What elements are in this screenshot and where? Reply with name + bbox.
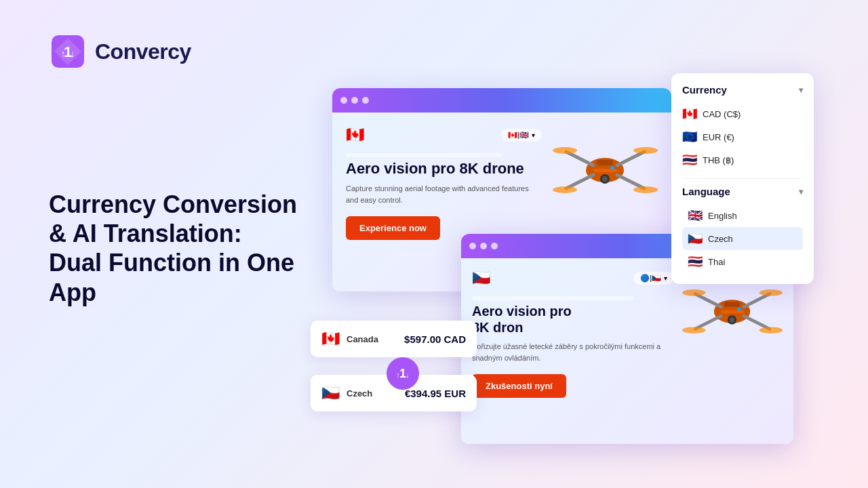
lang-switcher-1[interactable]: 🇨🇦|🇬🇧 ▾ [501,129,542,142]
browser-dot-6 [491,243,498,249]
language-chevron[interactable]: ▾ [799,187,803,197]
svg-point-11 [633,147,658,154]
svg-point-26 [682,327,705,333]
browser-left-2: 🇨🇿 🔵|🇨🇿 ▾ Aero vision pro8K dron Pořizuj… [472,269,674,433]
url-bar-2 [472,296,633,300]
thai-label: Thai [708,257,725,267]
url-bar-1 [346,153,502,157]
canada-price: $597.00 CAD [404,333,466,345]
svg-point-10 [553,147,577,154]
drone-svg-1 [553,126,658,214]
product-title-1: Aero vision pro 8K drone [346,160,542,178]
browser-dot-2 [351,97,358,104]
drone-area-2 [682,269,783,433]
svg-line-22 [695,316,721,329]
svg-rect-16 [597,160,613,165]
svg-line-8 [566,175,593,188]
flag-area-1: 🇨🇦 🇨🇦|🇬🇧 ▾ [346,126,542,144]
svg-text:↑: ↑ [396,371,400,379]
language-section-title: Language ▾ [682,186,803,197]
lang-item-thai[interactable]: 🇹🇭 Thai [682,250,803,273]
svg-line-23 [744,316,770,329]
browser-dot-1 [340,97,347,104]
lang-item-czech[interactable]: 🇨🇿 Czech [682,227,803,250]
currency-section-title: Currency ▾ [682,84,803,96]
svg-line-7 [617,152,644,165]
english-flag: 🇬🇧 [688,208,703,223]
logo-icon: 1 ↑ ↓ [49,33,87,70]
logo-area: 1 ↑ ↓ Convercy [49,33,191,70]
browser-dot-5 [480,243,487,249]
product-desc-1: Capture stunning aerial footage with adv… [346,183,542,205]
eur-flag: 🇪🇺 [682,129,697,144]
cad-flag: 🇨🇦 [682,106,697,121]
section-divider [682,178,803,179]
svg-rect-32 [721,310,743,314]
svg-point-15 [602,176,608,182]
thb-flag: 🇹🇭 [682,152,697,167]
headline: Currency Conversion & AI Translation: Du… [49,190,347,307]
svg-point-25 [760,289,783,296]
english-label: English [708,211,737,221]
canada-flag-card: 🇨🇦 [321,330,340,348]
flag-area-2: 🇨🇿 🔵|🇨🇿 ▾ [472,269,674,287]
browser-dot-4 [469,243,476,249]
svg-text:↓: ↓ [71,48,75,59]
svg-point-27 [760,327,783,333]
product-desc-2: Pořizujte úžasné letecké záběry s pokroč… [472,341,674,363]
currency-chevron[interactable]: ▾ [799,85,803,95]
czech-label: Czech [708,234,733,244]
lang-item-english[interactable]: 🇬🇧 English [682,204,803,227]
svg-text:↓: ↓ [406,371,410,379]
product-title-2: Aero vision pro8K dron [472,303,674,336]
browser-content-2: 🇨🇿 🔵|🇨🇿 ▾ Aero vision pro8K dron Pořizuj… [461,258,793,444]
svg-point-24 [682,289,705,296]
dropdown-panel: Currency ▾ 🇨🇦 CAD (C$) 🇪🇺 EUR (€) 🇹🇭 THB… [671,73,814,284]
svg-point-13 [633,186,658,193]
svg-text:↑: ↑ [61,48,66,59]
thb-label: THB (฿) [703,155,734,165]
canada-flag: 🇨🇦 [346,126,364,144]
czech-flag-browser: 🇨🇿 [472,269,490,287]
svg-point-29 [730,317,735,323]
svg-line-9 [617,175,644,188]
eur-label: EUR (€) [703,132,734,142]
canada-country: Canada [347,334,397,344]
currency-item-thb[interactable]: 🇹🇭 THB (฿) [682,148,803,171]
logo-text: Convercy [95,39,191,64]
currency-item-cad[interactable]: 🇨🇦 CAD (C$) [682,102,803,125]
svg-rect-18 [593,169,617,172]
svg-rect-30 [724,302,740,307]
cad-label: CAD (C$) [703,109,741,119]
currency-item-eur[interactable]: 🇪🇺 EUR (€) [682,125,803,148]
czech-flag: 🇨🇿 [688,231,703,246]
lang-switcher-2[interactable]: 🔵|🇨🇿 ▾ [633,272,674,285]
svg-line-20 [695,294,721,307]
svg-line-21 [744,294,770,307]
thai-flag: 🇹🇭 [688,254,703,269]
headline-text: Currency Conversion & AI Translation: Du… [49,190,347,307]
svg-line-6 [566,152,593,165]
browser-bar-1 [332,88,671,113]
experience-now-button[interactable]: Experience now [346,216,440,240]
zkusenosti-button[interactable]: Zkušenosti nyní [472,374,566,398]
convercy-badge: 1 ↑ ↓ [387,357,419,390]
conversion-card-canada: 🇨🇦 Canada $597.00 CAD [311,321,477,357]
browser-dot-3 [362,97,369,104]
czech-flag-card: 🇨🇿 [321,384,340,402]
svg-point-12 [553,186,577,193]
